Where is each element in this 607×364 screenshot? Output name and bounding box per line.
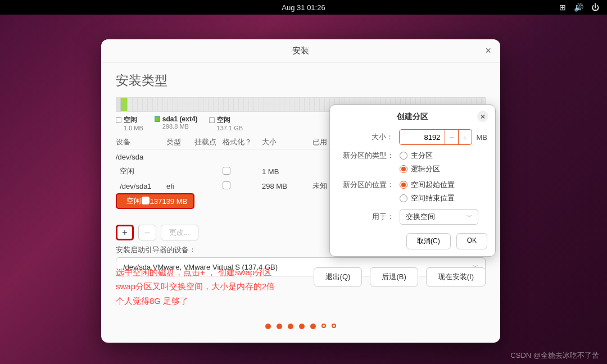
- legend-item: 空闲 1.0 MB: [116, 115, 143, 131]
- size-unit: MB: [477, 133, 488, 142]
- radio-icon: [400, 152, 407, 160]
- volume-icon[interactable]: 🔊: [574, 3, 583, 12]
- change-partition-button[interactable]: 更改...: [161, 225, 198, 240]
- dot: [265, 324, 271, 329]
- radio-begin[interactable]: 空间起始位置: [400, 180, 455, 190]
- type-label: 新分区的类型：: [338, 151, 394, 161]
- add-partition-button[interactable]: +: [116, 225, 134, 240]
- window-title: 安装: [292, 46, 309, 56]
- legend-item: 空闲 137.1 GB: [209, 115, 243, 131]
- network-icon[interactable]: ⊞: [559, 3, 566, 12]
- power-icon[interactable]: ⏻: [591, 3, 599, 12]
- quit-button[interactable]: 退出(Q): [314, 267, 363, 286]
- disk-seg-sda1: [121, 98, 128, 111]
- window-titlebar: 安装 ×: [101, 39, 500, 63]
- use-label: 用于：: [338, 212, 394, 222]
- action-buttons: 退出(Q) 后退(B) 现在安装(I): [314, 267, 486, 286]
- type-radio-group: 主分区 逻辑分区: [400, 151, 440, 174]
- square-icon: [155, 116, 160, 122]
- dialog-title: 创建分区 ×: [330, 112, 495, 126]
- square-icon: [116, 117, 121, 123]
- dot: [332, 324, 336, 328]
- clock: Aug 31 01:26: [282, 3, 325, 12]
- radio-primary[interactable]: 主分区: [400, 151, 440, 161]
- radio-end[interactable]: 空间结束位置: [400, 193, 455, 203]
- disk-seg-free1: [116, 98, 121, 111]
- back-button[interactable]: 后退(B): [370, 267, 418, 286]
- remove-partition-button[interactable]: –: [138, 225, 156, 240]
- close-icon[interactable]: ×: [477, 111, 488, 122]
- use-as-select[interactable]: 交换空间 ﹀: [400, 209, 478, 225]
- dot: [310, 324, 316, 329]
- location-label: 新分区的位置：: [338, 180, 394, 190]
- increment-button[interactable]: +: [458, 130, 472, 144]
- size-spinner[interactable]: − +: [399, 129, 472, 145]
- install-button[interactable]: 现在安装(I): [426, 267, 486, 286]
- radio-icon: [400, 165, 407, 173]
- create-partition-dialog: 创建分区 × 大小： − + MB 新分区的类型： 主分区 逻辑分区 新分区的位…: [329, 104, 496, 257]
- progress-dots: [265, 324, 336, 329]
- dot: [288, 324, 293, 329]
- chevron-down-icon: ﹀: [466, 213, 472, 221]
- radio-logical[interactable]: 逻辑分区: [400, 164, 440, 174]
- tray: ⊞ 🔊 ⏻: [559, 3, 599, 12]
- watermark: CSDN @全糖去冰吃不了苦: [510, 351, 599, 361]
- square-icon: [209, 117, 215, 123]
- dot-current: [321, 324, 326, 328]
- radio-icon: [400, 181, 407, 189]
- legend-item: sda1 (ext4) 298.8 MB: [155, 115, 198, 131]
- annotation-text: 选中空闲的磁盘，点击+ ， 创建swap分区 swap分区又叫交换空间，大小是内…: [116, 265, 275, 308]
- ok-button[interactable]: OK: [456, 233, 487, 249]
- radio-icon: [400, 194, 407, 202]
- table-row[interactable]: 空闲137139 MB: [116, 193, 194, 209]
- location-radio-group: 空间起始位置 空间结束位置: [400, 180, 455, 203]
- size-label: 大小：: [338, 132, 393, 142]
- top-bar: Aug 31 01:26 ⊞ 🔊 ⏻: [0, 0, 607, 15]
- decrement-button[interactable]: −: [445, 130, 458, 144]
- dot: [277, 324, 282, 329]
- close-icon[interactable]: ×: [485, 45, 491, 57]
- page-title: 安装类型: [101, 63, 500, 95]
- dot: [299, 324, 305, 329]
- size-input[interactable]: [400, 133, 445, 142]
- cancel-button[interactable]: 取消(C): [406, 233, 451, 249]
